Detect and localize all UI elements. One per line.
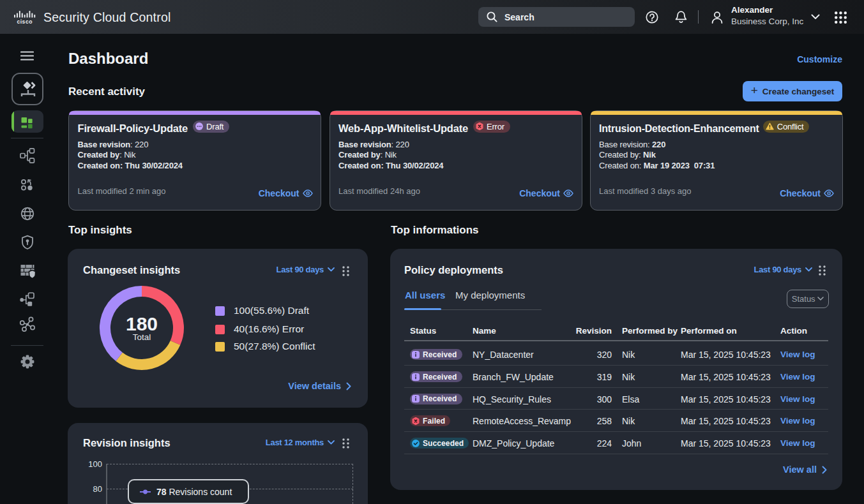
svg-text:cisco: cisco: [17, 19, 32, 24]
